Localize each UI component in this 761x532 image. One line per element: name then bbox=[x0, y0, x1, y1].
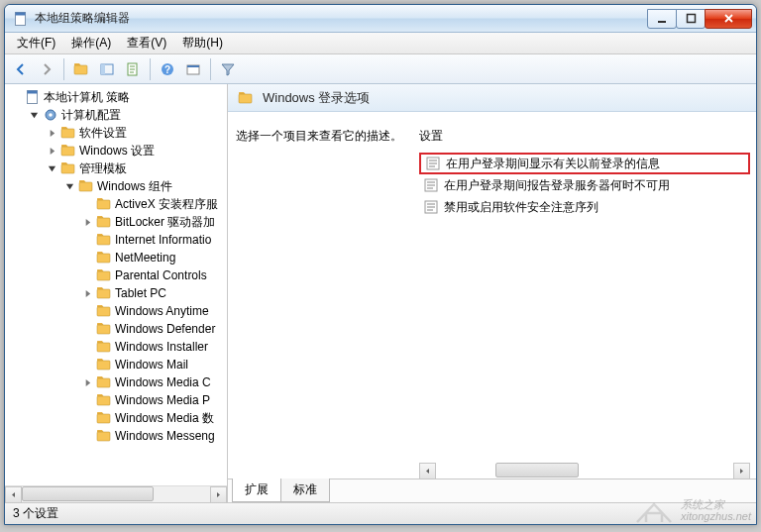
svg-rect-17 bbox=[187, 65, 199, 67]
tree-label: Windows Media C bbox=[115, 375, 211, 389]
tree-item[interactable]: Windows Mail bbox=[5, 356, 227, 373]
expander-icon bbox=[80, 197, 94, 211]
scroll-thumb[interactable] bbox=[22, 486, 154, 501]
policy-icon bbox=[423, 199, 439, 215]
folder-icon bbox=[60, 160, 76, 176]
expander-icon bbox=[80, 251, 94, 265]
tree-item[interactable]: Windows Media P bbox=[5, 391, 227, 409]
expander-icon[interactable] bbox=[45, 161, 58, 175]
tree-label: Parental Controls bbox=[115, 268, 207, 282]
tree-item[interactable]: Windows Media C bbox=[5, 373, 227, 391]
scroll-right-button[interactable] bbox=[733, 463, 750, 479]
tree-item[interactable]: Windows Media 数 bbox=[5, 409, 227, 427]
setting-label: 在用户登录期间显示有关以前登录的信息 bbox=[446, 156, 660, 172]
settings-list: 在用户登录期间显示有关以前登录的信息在用户登录期间报告登录服务器何时不可用禁用或… bbox=[419, 153, 750, 459]
titlebar[interactable]: 本地组策略编辑器 bbox=[5, 5, 756, 33]
tree-item[interactable]: Windows 组件 bbox=[5, 177, 227, 195]
tree-item[interactable]: ActiveX 安装程序服 bbox=[5, 195, 227, 213]
expander-icon[interactable] bbox=[27, 108, 41, 122]
doc-icon bbox=[25, 89, 41, 105]
nav-tree[interactable]: 本地计算机 策略计算机配置软件设置Windows 设置管理模板Windows 组… bbox=[5, 84, 227, 485]
minimize-button[interactable] bbox=[647, 9, 677, 29]
tree-item[interactable]: Parental Controls bbox=[5, 266, 227, 284]
forward-button[interactable] bbox=[35, 57, 58, 81]
expander-icon[interactable] bbox=[45, 144, 58, 158]
export-button[interactable] bbox=[121, 57, 145, 81]
tree-label: Windows Anytime bbox=[115, 304, 209, 318]
tree-label: Internet Informatio bbox=[115, 233, 211, 247]
policy-icon bbox=[423, 177, 439, 193]
folder-icon bbox=[60, 125, 76, 141]
svg-text:?: ? bbox=[164, 64, 170, 75]
tree-item[interactable]: NetMeeting bbox=[5, 249, 227, 266]
content-hscrollbar[interactable] bbox=[419, 463, 750, 479]
folder-icon bbox=[96, 303, 112, 319]
watermark-line2: xitongzhus.net bbox=[681, 510, 751, 522]
menu-action[interactable]: 操作(A) bbox=[63, 33, 119, 53]
tree-item[interactable]: 软件设置 bbox=[5, 124, 227, 142]
expander-icon bbox=[80, 429, 94, 443]
svg-rect-9 bbox=[658, 21, 666, 23]
menu-view[interactable]: 查看(V) bbox=[119, 33, 174, 53]
folder-icon bbox=[96, 267, 112, 283]
properties-button[interactable] bbox=[181, 57, 205, 81]
tree-label: Windows Mail bbox=[115, 358, 188, 372]
nav-hscrollbar[interactable] bbox=[5, 485, 227, 502]
up-button[interactable] bbox=[69, 57, 93, 81]
setting-item[interactable]: 在用户登录期间报告登录服务器何时不可用 bbox=[419, 174, 750, 196]
filter-button[interactable] bbox=[216, 57, 240, 81]
tree-item[interactable]: BitLocker 驱动器加 bbox=[5, 213, 227, 231]
folder-icon bbox=[96, 250, 112, 266]
tree-item[interactable]: Windows Anytime bbox=[5, 302, 227, 320]
expander-icon bbox=[80, 322, 94, 336]
setting-item[interactable]: 在用户登录期间显示有关以前登录的信息 bbox=[419, 153, 750, 174]
status-count: 3 个设置 bbox=[13, 505, 58, 522]
tree-label: Windows Media 数 bbox=[115, 410, 214, 427]
tab-standard[interactable]: 标准 bbox=[280, 479, 330, 502]
content-header: Windows 登录选项 bbox=[228, 84, 756, 112]
app-icon bbox=[13, 11, 29, 27]
setting-label: 在用户登录期间报告登录服务器何时不可用 bbox=[444, 177, 670, 194]
watermark-line1: 系统之家 bbox=[681, 498, 751, 510]
scroll-thumb[interactable] bbox=[495, 463, 579, 478]
scroll-left-button[interactable] bbox=[5, 486, 22, 503]
folder-icon bbox=[96, 214, 112, 230]
tree-item[interactable]: Tablet PC bbox=[5, 284, 227, 302]
expander-icon[interactable] bbox=[45, 126, 58, 140]
folder-icon bbox=[96, 321, 112, 337]
menu-help[interactable]: 帮助(H) bbox=[174, 33, 231, 53]
scroll-right-button[interactable] bbox=[210, 486, 227, 503]
tree-item[interactable]: Windows Defender bbox=[5, 320, 227, 338]
menu-file[interactable]: 文件(F) bbox=[9, 33, 63, 53]
gear-icon bbox=[43, 107, 58, 123]
tree-item[interactable]: 管理模板 bbox=[5, 160, 227, 177]
folder-icon bbox=[96, 392, 112, 408]
tree-item[interactable]: Windows Messeng bbox=[5, 427, 227, 445]
tree-item[interactable]: Internet Informatio bbox=[5, 231, 227, 249]
help-button[interactable]: ? bbox=[156, 57, 179, 81]
expander-icon[interactable] bbox=[62, 179, 76, 193]
scroll-left-button[interactable] bbox=[419, 463, 436, 479]
close-button[interactable] bbox=[705, 9, 752, 29]
back-button[interactable] bbox=[9, 57, 33, 81]
tree-label: NetMeeting bbox=[115, 251, 175, 265]
folder-icon bbox=[78, 178, 94, 194]
tree-label: 本地计算机 策略 bbox=[44, 89, 130, 106]
expander-icon bbox=[80, 358, 94, 372]
tree-item[interactable]: 本地计算机 策略 bbox=[5, 88, 227, 106]
expander-icon[interactable] bbox=[80, 375, 94, 389]
expander-icon[interactable] bbox=[80, 215, 94, 229]
watermark: 系统之家 xitongzhus.net bbox=[633, 494, 751, 526]
maximize-button[interactable] bbox=[676, 9, 706, 29]
tree-item[interactable]: Windows 设置 bbox=[5, 142, 227, 160]
tree-item[interactable]: 计算机配置 bbox=[5, 106, 227, 124]
folder-icon bbox=[96, 339, 112, 355]
tab-extended[interactable]: 扩展 bbox=[232, 479, 281, 502]
folder-icon bbox=[96, 232, 112, 248]
folder-icon bbox=[238, 90, 254, 106]
tree-item[interactable]: Windows Installer bbox=[5, 338, 227, 356]
show-hide-tree-button[interactable] bbox=[95, 57, 119, 81]
setting-item[interactable]: 禁用或启用软件安全注意序列 bbox=[419, 196, 750, 218]
expander-icon[interactable] bbox=[80, 286, 94, 300]
window-title: 本地组策略编辑器 bbox=[35, 10, 648, 27]
